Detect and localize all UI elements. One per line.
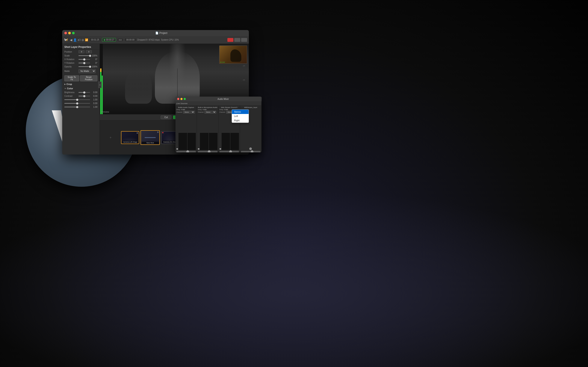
status-iso: ISO [117,38,123,42]
minimize-button[interactable] [68,32,71,34]
dropdown-item-left[interactable]: Left [232,114,249,118]
contrast-slider[interactable] [79,96,90,96]
ch4-fader-knob[interactable] [249,147,252,150]
ch1-fader[interactable] [176,151,196,152]
ch3-fader-thumb[interactable] [229,150,232,152]
dropdown-item-stereo[interactable]: Stereo [232,110,249,114]
channel-1-delay-row: Delay: 0.000 [176,109,196,110]
ch3-channel-label: Channel: [220,111,225,113]
color-extra3-slider[interactable] [64,107,90,107]
brightness-value: 0.00 [91,91,97,94]
reset-position-button[interactable]: Reset Position [80,75,97,81]
panel-collapse-arrow[interactable]: « [98,82,102,88]
color-section-header[interactable]: ▼ Color [62,86,99,91]
rec-btn-1[interactable] [227,38,233,42]
position-x-input[interactable] [79,50,84,53]
color-extra2-value: 0.00 [91,102,97,105]
ch1-delay-label: Delay: [176,109,181,110]
color-extra2-slider[interactable] [64,103,90,104]
audio-close-button[interactable] [177,98,179,100]
title-text: Project [159,32,167,34]
ch1-meter-l [179,133,187,150]
channel-2-delay-row: Delay: 0.000 [198,109,217,110]
ch1-fader-knob[interactable] [176,148,178,150]
ch2-channel-label: Channel: [198,111,204,113]
ch2-fader[interactable] [198,151,217,152]
audio-channel-2: Built-in Microphone Audio Delay: 0.000 C… [197,106,218,152]
color-extra1-row: 1.00 [62,98,99,101]
maximize-button[interactable] [72,32,75,34]
audio-maximize-button[interactable] [184,98,186,100]
ch2-fader-thumb[interactable] [208,150,211,152]
channel-dropdown-popup: Stereo Left Right [232,109,249,123]
toolbar-status: 📶 00:01:25 00:00:27 ISO 00:00:00 Dropped… [85,38,179,42]
x-rotation-slider[interactable] [79,59,90,60]
rec-btn-3[interactable] [241,38,247,42]
channel-1-controls: Delay: 0.000 Channel: Stereo [176,109,196,114]
toolbar-tag-icon[interactable]: 🏷 [78,38,81,42]
brightness-slider[interactable] [79,92,90,93]
audio-channel-1: Builtin Audio Capture Delay: 0.000 Chann… [175,106,197,152]
toolbar-back-icon[interactable]: ◀ [70,38,72,42]
iso-label: ISO [119,39,122,41]
x-rotation-slider-container [79,59,90,60]
channel-2-controls: Delay: 0.000 Channel: Stereo [198,109,217,114]
color-extra3-value: 1.00 [91,106,97,108]
cut-button[interactable]: Cut [161,116,172,119]
channel-1-channel-row: Channel: Stereo [176,111,196,114]
x-rotation-value: 0° [91,58,97,60]
shot-camera-left-stage-label: Camera-Left-Stage [122,141,138,143]
audio-meters-left [100,44,103,114]
toolbar-person-icon[interactable]: 👤 [73,38,77,42]
toolbar-minus-icon[interactable]: ⊖ [82,38,84,42]
dropdown-item-right[interactable]: Right [232,118,249,123]
ch4-fader-thumb[interactable] [251,150,253,152]
contrast-row: Contrast 0.00 [62,94,99,98]
audio-minimize-button[interactable] [180,98,183,100]
ch4-fader[interactable] [241,151,261,152]
svg-marker-3 [66,39,68,41]
ch1-fader-thumb[interactable] [186,150,189,152]
rec-btn-2[interactable] [234,38,240,42]
shot-new-shot[interactable]: ⚙ New Shot [140,130,160,145]
shot-gear-icon: ⚙ [136,132,138,134]
position-y-input[interactable] [86,50,92,53]
ch3-fader[interactable] [220,151,239,152]
wifi-icon: 📶 [85,38,88,42]
scale-to-fit-button[interactable]: Scale To Fit [64,75,79,81]
toolbar-logo-icon [64,38,68,42]
shot-camera-left-stage[interactable]: ⚙ Camera-Left-Stage [121,131,139,144]
matte-label: Matte [64,70,77,72]
crop-label: Crop [66,83,72,85]
ch2-meter-l [200,133,209,150]
brightness-slider-container [79,92,90,93]
channel-2-meters [198,114,217,150]
close-button[interactable] [64,32,67,34]
crop-section-header[interactable]: ▶ Crop [62,82,99,86]
color-extra2-row: 0.00 [62,101,99,105]
ch1-meter-r [188,133,196,150]
scale-slider[interactable] [79,55,90,56]
contrast-label: Contrast [64,95,77,97]
matte-select[interactable]: No Matte [79,69,96,73]
scale-value: 100% [91,55,97,57]
ch3-delay-label: Delay: [220,109,224,110]
ch2-channel-select[interactable]: Stereo [204,111,216,114]
opacity-slider[interactable] [79,66,90,67]
y-rotation-row: Y Rotation 0° [62,61,99,65]
position-label: Position [64,51,77,53]
y-rotation-value: 0° [91,62,97,64]
ch1-channel-select[interactable]: Stereo [183,111,195,114]
status-stream: 00:00:27 [102,38,116,42]
action-buttons-row: Scale To Fit Reset Position [62,75,99,82]
preview-label: Preview [101,111,109,113]
ch3-fader-knob[interactable] [220,148,221,150]
status-dropped: Dropped 9 [137,39,147,41]
ch2-fader-knob[interactable] [198,148,199,150]
add-shot-top-button[interactable]: + [101,134,120,141]
status-bitrate: 87422 kbps [149,39,160,41]
color-extra1-slider[interactable] [64,99,90,100]
window-titlebar: 📄 Project [62,30,249,36]
matte-row: Matte No Matte [62,68,99,74]
y-rotation-slider[interactable] [79,63,90,63]
